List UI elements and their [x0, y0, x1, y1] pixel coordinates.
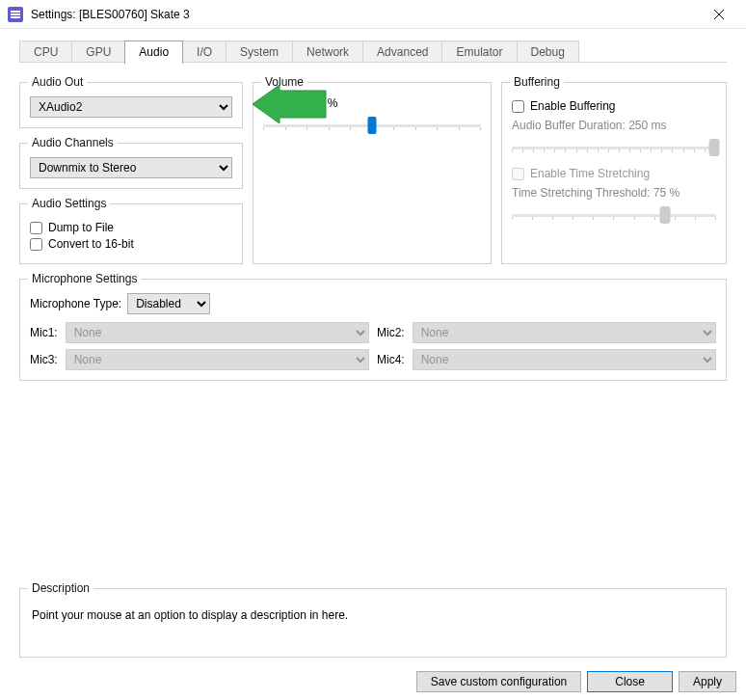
tab-network[interactable]: Network — [292, 40, 363, 63]
description-text: Point your mouse at an option to display… — [30, 603, 716, 647]
description-legend: Description — [28, 581, 93, 595]
slider-thumb — [708, 139, 719, 156]
tab-system[interactable]: System — [226, 40, 293, 63]
tab-audio[interactable]: Audio — [124, 40, 183, 64]
audio-settings-legend: Audio Settings — [28, 197, 110, 210]
convert-16bit-checkbox[interactable] — [30, 238, 42, 251]
mic1-label: Mic1: — [30, 326, 58, 339]
close-button[interactable]: Close — [587, 671, 673, 692]
svg-rect-1 — [11, 13, 20, 15]
stretch-threshold-label: Time Stretching Threshold: 75 % — [512, 186, 716, 200]
mic4-select: None — [413, 349, 716, 370]
volume-legend: Volume — [261, 75, 307, 89]
mic1-select: None — [66, 322, 369, 343]
close-icon[interactable] — [700, 1, 738, 28]
enable-buffering-checkbox[interactable] — [512, 100, 524, 113]
titlebar: Settings: [BLES00760] Skate 3 — [0, 0, 746, 29]
tab-cpu[interactable]: CPU — [19, 40, 72, 63]
tab-debug[interactable]: Debug — [517, 40, 579, 63]
footer: Save custom configuration Close Apply — [416, 671, 736, 692]
buffer-duration-label: Audio Buffer Duration: 250 ms — [512, 119, 716, 132]
svg-rect-0 — [11, 11, 20, 13]
mic3-label: Mic3: — [30, 353, 58, 366]
master-volume-label: Master: 100 % — [263, 96, 481, 110]
enable-time-stretching-checkbox — [512, 168, 524, 180]
enable-time-stretching-label: Enable Time Stretching — [530, 167, 650, 180]
mic-type-label: Microphone Type: — [30, 297, 121, 310]
buffer-duration-slider — [512, 138, 716, 157]
tab-bar: CPU GPU Audio I/O System Network Advance… — [19, 40, 746, 63]
stretch-threshold-slider — [512, 205, 716, 225]
mic-type-select[interactable]: Disabled — [127, 293, 210, 314]
audio-out-group: Audio Out XAudio2 — [19, 75, 243, 128]
window-title: Settings: [BLES00760] Skate 3 — [31, 8, 700, 21]
audio-out-legend: Audio Out — [28, 75, 87, 89]
volume-group: Volume Master: 100 % — [253, 75, 492, 264]
enable-buffering-label: Enable Buffering — [530, 99, 616, 113]
save-config-button[interactable]: Save custom configuration — [416, 671, 581, 692]
description-group: Description Point your mouse at an optio… — [19, 581, 727, 658]
slider-thumb — [660, 206, 671, 224]
audio-channels-legend: Audio Channels — [28, 136, 118, 149]
tab-io[interactable]: I/O — [182, 40, 226, 63]
mic2-select: None — [413, 322, 716, 343]
svg-rect-2 — [11, 16, 20, 18]
mic4-label: Mic4: — [377, 353, 405, 366]
audio-channels-group: Audio Channels Downmix to Stereo — [19, 136, 243, 189]
microphone-legend: Microphone Settings — [28, 272, 141, 285]
dump-to-file-label: Dump to File — [48, 221, 114, 234]
mic2-label: Mic2: — [377, 326, 405, 339]
tab-emulator[interactable]: Emulator — [441, 40, 517, 63]
microphone-group: Microphone Settings Microphone Type: Dis… — [19, 272, 727, 381]
buffering-legend: Buffering — [510, 75, 564, 89]
audio-settings-group: Audio Settings Dump to File Convert to 1… — [19, 197, 243, 264]
apply-button[interactable]: Apply — [679, 671, 736, 692]
audio-out-select[interactable]: XAudio2 — [30, 96, 232, 118]
buffering-group: Buffering Enable Buffering Audio Buffer … — [501, 75, 727, 264]
tab-gpu[interactable]: GPU — [71, 40, 125, 63]
convert-16bit-label: Convert to 16-bit — [48, 237, 134, 251]
dump-to-file-checkbox[interactable] — [30, 222, 42, 234]
master-volume-slider[interactable] — [263, 116, 481, 135]
app-icon — [8, 7, 23, 22]
slider-thumb[interactable] — [368, 117, 377, 134]
audio-channels-select[interactable]: Downmix to Stereo — [30, 157, 232, 178]
mic3-select: None — [66, 349, 369, 370]
tab-advanced[interactable]: Advanced — [362, 40, 442, 63]
